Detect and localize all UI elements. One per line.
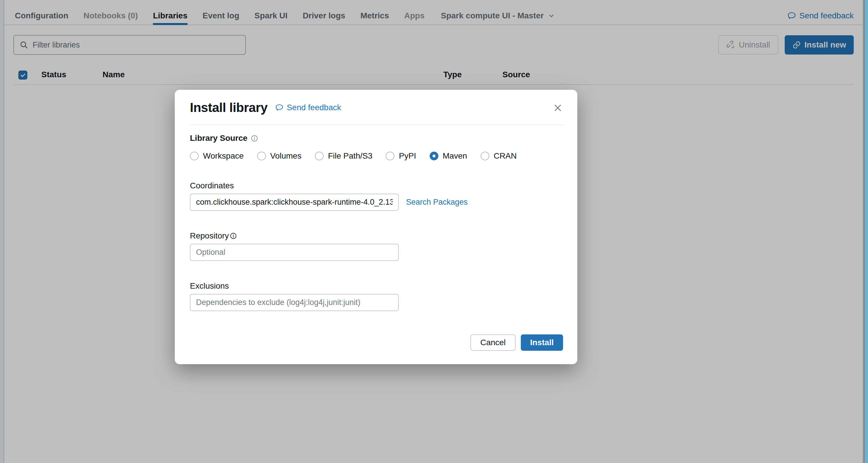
coordinates-input[interactable]	[190, 194, 399, 211]
install-library-modal: Install library Send feedback Library So…	[175, 90, 577, 364]
radio-volumes[interactable]: Volumes	[257, 151, 302, 161]
radio-pypi[interactable]: PyPI	[386, 151, 416, 161]
radio-maven-label: Maven	[443, 151, 467, 161]
left-pane-divider[interactable]	[3, 0, 4, 463]
radio-volumes-label: Volumes	[270, 151, 302, 161]
radio-cran[interactable]: CRAN	[480, 151, 517, 161]
radio-workspace-label: Workspace	[203, 151, 244, 161]
exclusions-label: Exclusions	[190, 281, 563, 291]
radio-circle	[315, 152, 323, 161]
radio-pypi-label: PyPI	[399, 151, 416, 161]
repository-label: Repository	[190, 231, 563, 240]
radio-workspace[interactable]: Workspace	[190, 151, 244, 161]
repository-input[interactable]	[190, 244, 399, 261]
library-source-label-text: Library Source	[190, 134, 248, 143]
library-source-label: Library Source	[190, 134, 563, 143]
right-pane-divider[interactable]	[863, 0, 863, 463]
radio-circle	[386, 152, 394, 161]
feedback-bubble-icon	[275, 103, 284, 112]
modal-header: Install library Send feedback	[190, 100, 563, 115]
modal-send-feedback-link[interactable]: Send feedback	[275, 103, 341, 112]
coordinates-label: Coordinates	[190, 181, 563, 191]
library-source-radio-group: Workspace Volumes File Path/S3 PyPI Mave…	[190, 151, 563, 161]
exclusions-input[interactable]	[190, 294, 399, 311]
radio-file-path-s3-label: File Path/S3	[328, 151, 373, 161]
modal-actions: Cancel Install	[190, 335, 563, 351]
radio-circle-selected	[430, 152, 438, 161]
radio-circle	[480, 152, 489, 161]
radio-cran-label: CRAN	[494, 151, 517, 161]
modal-header-divider	[190, 124, 563, 125]
modal-title: Install library	[190, 100, 268, 115]
modal-close-button[interactable]	[551, 102, 564, 114]
search-packages-link[interactable]: Search Packages	[406, 198, 468, 207]
radio-circle	[257, 152, 266, 161]
info-icon[interactable]	[229, 232, 237, 240]
radio-circle	[190, 152, 199, 161]
cancel-button[interactable]: Cancel	[470, 335, 516, 351]
radio-file-path-s3[interactable]: File Path/S3	[315, 151, 373, 161]
radio-maven[interactable]: Maven	[430, 151, 467, 161]
repository-label-text: Repository	[190, 231, 229, 240]
left-window-edge	[0, 0, 3, 463]
right-window-edge-strip	[865, 0, 868, 463]
modal-send-feedback-label: Send feedback	[287, 103, 341, 112]
install-button[interactable]: Install	[521, 335, 563, 351]
info-icon[interactable]	[250, 135, 258, 142]
